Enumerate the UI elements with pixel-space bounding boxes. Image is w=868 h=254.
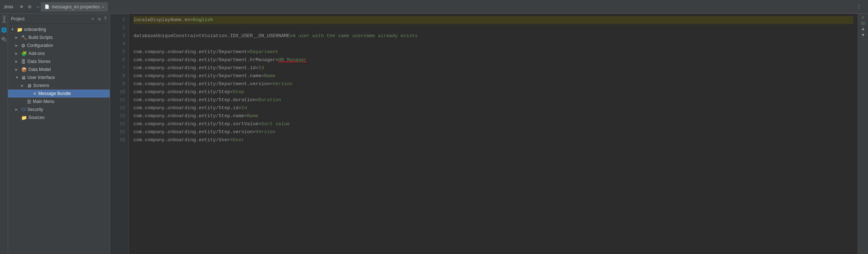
ui-icon: 🖥: [21, 75, 26, 80]
line-num-4: 4: [110, 40, 129, 48]
main-layout: Jmix 🌐 🔌 Project ＋ ↻ ? ▼ 📁 onboarding ▶ …: [0, 14, 868, 254]
line-num-15: 15: [110, 128, 129, 136]
settings-icon[interactable]: ⚙: [28, 4, 31, 10]
tab-close-button[interactable]: ×: [102, 5, 104, 9]
title-bar: Jmix ⊕ ⚙ — 📄 messages_en.properties × ⋮: [0, 0, 868, 14]
code-line-13: com.company.onboarding.entity/Step.name=…: [133, 112, 853, 120]
line-num-7: 7: [110, 64, 129, 72]
code-line-16: com.company.onboarding.entity/User=User: [133, 136, 853, 144]
root-label: onboarding: [24, 27, 46, 32]
message-bundle-icon: ✦: [33, 91, 37, 96]
line-num-13: 13: [110, 112, 129, 120]
tree-item-build-scripts[interactable]: ▶ 🔨 Build Scripts: [8, 33, 110, 41]
item-label: Message Bundle: [38, 91, 71, 96]
scroll-up-icon[interactable]: ▲: [862, 27, 864, 32]
project-header: Project ＋ ↻ ?: [8, 14, 110, 24]
addons-icon: 🧩: [21, 51, 27, 56]
jmix-sidebar-icon2[interactable]: 🔌: [1, 37, 7, 43]
arrow-icon: ▼: [15, 76, 20, 79]
code-content[interactable]: localeDisplayName.en=English databaseUni…: [129, 14, 858, 254]
tree-item-security[interactable]: ▶ 🛡 Security: [8, 106, 110, 114]
sources-icon: 📁: [21, 115, 27, 120]
project-add-icon[interactable]: ＋: [90, 16, 95, 22]
arrow-icon: ▼: [11, 28, 15, 31]
code-line-7: com.company.onboarding.entity/Department…: [133, 64, 853, 72]
tree-item-user-interface[interactable]: ▼ 🖥 User Interface: [8, 74, 110, 82]
security-icon: 🛡: [21, 107, 26, 112]
more-options-icon[interactable]: ⋮: [856, 4, 861, 10]
arrow-icon: ▶: [15, 60, 20, 63]
line-num-6: 6: [110, 56, 129, 64]
item-label: Configuration: [27, 43, 53, 48]
item-label: Main Menu: [33, 99, 54, 104]
jmix-sidebar-icon1[interactable]: 🌐: [1, 27, 7, 33]
line-num-8: 8: [110, 72, 129, 80]
item-label: User Interface: [27, 75, 55, 80]
code-line-10: com.company.onboarding.entity/Step=Step: [133, 88, 853, 96]
tree-root-onboarding[interactable]: ▼ 📁 onboarding: [8, 25, 110, 33]
datamodel-icon: 📦: [21, 67, 27, 72]
globe-icon[interactable]: ⊕: [20, 4, 23, 10]
code-line-6: com.company.onboarding.entity/Department…: [133, 56, 853, 64]
tab-label: messages_en.properties: [52, 4, 99, 9]
line-num-2: 2: [110, 24, 129, 32]
code-editor[interactable]: 1 2 3 4 5 6 7 8 9 10 11 12 13 14 15 16: [110, 14, 868, 254]
project-help-icon[interactable]: ?: [104, 16, 107, 21]
main-menu-icon: ☰: [27, 99, 31, 104]
code-line-4: [133, 40, 853, 48]
arrow-icon: ▶: [15, 108, 20, 111]
tree-item-main-menu[interactable]: ☰ Main Menu: [8, 98, 110, 106]
item-label: Data Model: [28, 67, 51, 72]
scroll-down-icon[interactable]: ▼: [862, 33, 864, 38]
project-tree: ▼ 📁 onboarding ▶ 🔨 Build Scripts ▶ ⚙ Con…: [8, 24, 110, 254]
code-line-9: com.company.onboarding.entity/Department…: [133, 80, 853, 88]
minimize-icon[interactable]: —: [36, 4, 39, 10]
arrow-icon: ▶: [15, 36, 20, 39]
code-line-5: com.company.onboarding.entity/Department…: [133, 48, 853, 56]
line-num-9: 9: [110, 80, 129, 88]
tab-bar: 📄 messages_en.properties ×: [39, 1, 856, 12]
app-title: Jmix: [4, 4, 13, 9]
config-icon: ⚙: [21, 43, 26, 48]
item-label: Data Stores: [27, 59, 50, 64]
item-label: Add-ons: [28, 51, 45, 56]
code-line-3: databaseUniqueConstraintViolation.IDX_US…: [133, 32, 853, 40]
project-panel: Project ＋ ↻ ? ▼ 📁 onboarding ▶ 🔨 Build S…: [8, 14, 110, 254]
line-num-5: 5: [110, 48, 129, 56]
jmix-sidebar-label[interactable]: Jmix: [2, 15, 6, 24]
line-num-14: 14: [110, 120, 129, 128]
tree-item-data-model[interactable]: ▶ 📦 Data Model: [8, 66, 110, 74]
item-label: Build Scripts: [28, 35, 53, 40]
line-num-3: 3: [110, 32, 129, 40]
tree-item-add-ons[interactable]: ▶ 🧩 Add-ons: [8, 49, 110, 57]
code-line-12: com.company.onboarding.entity/Step.id=Id: [133, 104, 853, 112]
tree-item-sources[interactable]: 📁 Sources: [8, 114, 110, 122]
error-count[interactable]: 50: [861, 21, 865, 25]
tree-item-screens[interactable]: ▶ 🖥 Screens: [8, 82, 110, 90]
tree-item-data-stores[interactable]: ▶ 🗄 Data Stores: [8, 57, 110, 66]
item-label: Screens: [33, 83, 49, 88]
line-num-11: 11: [110, 96, 129, 104]
tree-item-message-bundle[interactable]: ✦ Message Bundle: [8, 90, 110, 98]
root-icon: 📁: [17, 27, 23, 32]
title-icons: ⊕ ⚙ —: [20, 4, 39, 10]
code-line-15: com.company.onboarding.entity/Step.versi…: [133, 128, 853, 136]
title-right-area: ⋮: [856, 4, 864, 10]
arrow-icon: ▶: [15, 44, 20, 47]
tab-messages[interactable]: 📄 messages_en.properties ×: [41, 2, 108, 12]
check-icon: ✔: [861, 15, 865, 20]
editor-area: 1 2 3 4 5 6 7 8 9 10 11 12 13 14 15 16: [110, 14, 868, 254]
line-num-16: 16: [110, 136, 129, 144]
tab-file-icon: 📄: [44, 4, 50, 9]
code-line-8: com.company.onboarding.entity/Department…: [133, 72, 853, 80]
datastores-icon: 🗄: [21, 59, 26, 64]
code-line-2: [133, 24, 853, 32]
code-line-1: localeDisplayName.en=English: [133, 16, 853, 24]
code-line-14: com.company.onboarding.entity/Step.sortV…: [133, 120, 853, 128]
arrow-icon: ▶: [21, 84, 26, 87]
arrow-icon: ▶: [15, 52, 20, 55]
project-reload-icon[interactable]: ↻: [98, 16, 101, 22]
tree-item-configuration[interactable]: ▶ ⚙ Configuration: [8, 41, 110, 49]
screens-icon: 🖥: [27, 83, 32, 88]
item-label: Security: [27, 107, 43, 112]
